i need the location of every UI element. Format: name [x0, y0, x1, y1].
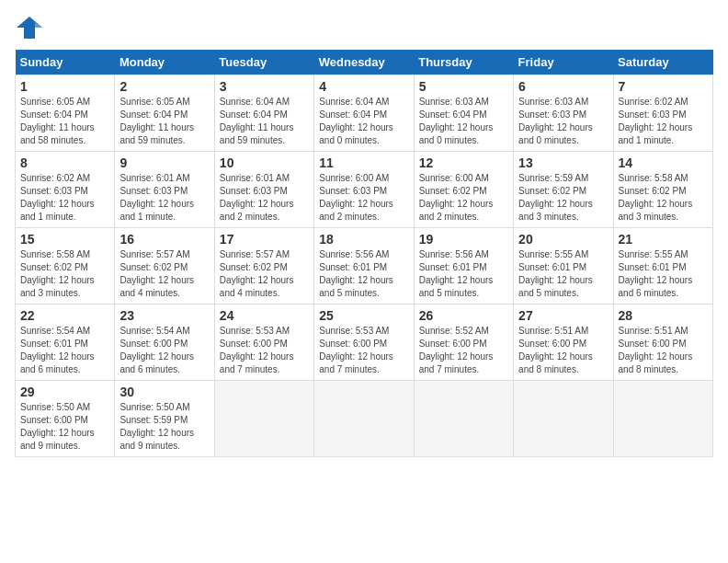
day-info: Sunrise: 5:58 AM Sunset: 6:02 PM Dayligh… — [619, 172, 708, 224]
day-info: Sunrise: 5:54 AM Sunset: 6:00 PM Dayligh… — [119, 325, 209, 376]
day-info: Sunrise: 5:51 AM Sunset: 6:00 PM Dayligh… — [518, 325, 608, 376]
day-info: Sunrise: 5:59 AM Sunset: 6:02 PM Dayligh… — [518, 172, 608, 224]
calendar-day-cell: 14Sunrise: 5:58 AM Sunset: 6:02 PM Dayli… — [613, 152, 712, 228]
day-info: Sunrise: 5:57 AM Sunset: 6:02 PM Dayligh… — [220, 248, 309, 300]
day-info: Sunrise: 5:50 AM Sunset: 6:00 PM Dayligh… — [20, 401, 109, 453]
header-friday: Friday — [514, 50, 613, 75]
day-number: 19 — [419, 232, 508, 247]
day-number: 3 — [220, 79, 309, 94]
day-number: 1 — [20, 79, 109, 94]
calendar-day-cell: 9Sunrise: 6:01 AM Sunset: 6:03 PM Daylig… — [115, 152, 214, 228]
day-info: Sunrise: 6:04 AM Sunset: 6:04 PM Dayligh… — [319, 96, 408, 147]
day-info: Sunrise: 5:57 AM Sunset: 6:02 PM Dayligh… — [119, 248, 209, 300]
day-number: 2 — [119, 79, 209, 94]
day-number: 24 — [220, 308, 309, 323]
calendar-table: Sunday Monday Tuesday Wednesday Thursday… — [15, 50, 713, 457]
calendar-day-cell — [214, 381, 313, 457]
calendar-day-cell: 4Sunrise: 6:04 AM Sunset: 6:04 PM Daylig… — [314, 75, 414, 152]
day-number: 17 — [220, 232, 309, 247]
day-number: 5 — [419, 79, 508, 94]
logo-icon — [15, 15, 44, 40]
calendar-week-row: 8Sunrise: 6:02 AM Sunset: 6:03 PM Daylig… — [16, 152, 713, 228]
day-info: Sunrise: 6:05 AM Sunset: 6:04 PM Dayligh… — [119, 96, 209, 147]
day-info: Sunrise: 6:01 AM Sunset: 6:03 PM Dayligh… — [220, 172, 309, 224]
calendar-day-cell: 18Sunrise: 5:56 AM Sunset: 6:01 PM Dayli… — [314, 228, 414, 304]
day-number: 7 — [619, 79, 708, 94]
day-number: 8 — [20, 155, 109, 170]
day-number: 26 — [419, 308, 508, 323]
day-info: Sunrise: 6:00 AM Sunset: 6:02 PM Dayligh… — [419, 172, 508, 224]
day-number: 11 — [319, 155, 408, 170]
calendar-day-cell: 6Sunrise: 6:03 AM Sunset: 6:03 PM Daylig… — [514, 75, 613, 152]
calendar-day-cell: 5Sunrise: 6:03 AM Sunset: 6:04 PM Daylig… — [414, 75, 513, 152]
day-number: 22 — [20, 308, 109, 323]
calendar-day-cell: 1Sunrise: 6:05 AM Sunset: 6:04 PM Daylig… — [16, 75, 115, 152]
day-info: Sunrise: 5:52 AM Sunset: 6:00 PM Dayligh… — [419, 325, 508, 376]
calendar-day-cell: 16Sunrise: 5:57 AM Sunset: 6:02 PM Dayli… — [115, 228, 214, 304]
header-thursday: Thursday — [414, 50, 513, 75]
day-info: Sunrise: 5:54 AM Sunset: 6:01 PM Dayligh… — [20, 325, 109, 376]
header-saturday: Saturday — [613, 50, 712, 75]
calendar-day-cell: 30Sunrise: 5:50 AM Sunset: 5:59 PM Dayli… — [115, 381, 214, 457]
day-number: 16 — [119, 232, 209, 247]
calendar-day-cell: 8Sunrise: 6:02 AM Sunset: 6:03 PM Daylig… — [16, 152, 115, 228]
day-info: Sunrise: 5:50 AM Sunset: 5:59 PM Dayligh… — [119, 401, 209, 453]
day-info: Sunrise: 5:51 AM Sunset: 6:00 PM Dayligh… — [619, 325, 708, 376]
day-info: Sunrise: 6:03 AM Sunset: 6:03 PM Dayligh… — [518, 96, 608, 147]
calendar-day-cell: 28Sunrise: 5:51 AM Sunset: 6:00 PM Dayli… — [613, 304, 712, 381]
calendar-header-row: Sunday Monday Tuesday Wednesday Thursday… — [16, 50, 713, 75]
day-info: Sunrise: 5:55 AM Sunset: 6:01 PM Dayligh… — [619, 248, 708, 300]
day-info: Sunrise: 6:03 AM Sunset: 6:04 PM Dayligh… — [419, 96, 508, 147]
day-number: 10 — [220, 155, 309, 170]
day-number: 25 — [319, 308, 408, 323]
header-monday: Monday — [115, 50, 214, 75]
calendar-day-cell: 11Sunrise: 6:00 AM Sunset: 6:03 PM Dayli… — [314, 152, 414, 228]
calendar-day-cell: 7Sunrise: 6:02 AM Sunset: 6:03 PM Daylig… — [613, 75, 712, 152]
day-info: Sunrise: 5:58 AM Sunset: 6:02 PM Dayligh… — [20, 248, 109, 300]
calendar-day-cell: 25Sunrise: 5:53 AM Sunset: 6:00 PM Dayli… — [314, 304, 414, 381]
calendar-day-cell: 2Sunrise: 6:05 AM Sunset: 6:04 PM Daylig… — [115, 75, 214, 152]
calendar-day-cell: 10Sunrise: 6:01 AM Sunset: 6:03 PM Dayli… — [214, 152, 313, 228]
header-sunday: Sunday — [16, 50, 115, 75]
page-header — [15, 15, 713, 40]
day-number: 9 — [119, 155, 209, 170]
calendar-day-cell: 26Sunrise: 5:52 AM Sunset: 6:00 PM Dayli… — [414, 304, 513, 381]
calendar-day-cell: 29Sunrise: 5:50 AM Sunset: 6:00 PM Dayli… — [16, 381, 115, 457]
day-number: 14 — [619, 155, 708, 170]
day-number: 13 — [518, 155, 608, 170]
calendar-day-cell — [414, 381, 513, 457]
day-number: 23 — [119, 308, 209, 323]
calendar-day-cell: 22Sunrise: 5:54 AM Sunset: 6:01 PM Dayli… — [16, 304, 115, 381]
calendar-day-cell: 13Sunrise: 5:59 AM Sunset: 6:02 PM Dayli… — [514, 152, 613, 228]
calendar-day-cell: 3Sunrise: 6:04 AM Sunset: 6:04 PM Daylig… — [214, 75, 313, 152]
calendar-week-row: 1Sunrise: 6:05 AM Sunset: 6:04 PM Daylig… — [16, 75, 713, 152]
day-number: 12 — [419, 155, 508, 170]
calendar-day-cell — [314, 381, 414, 457]
day-number: 4 — [319, 79, 408, 94]
calendar-day-cell — [613, 381, 712, 457]
day-info: Sunrise: 5:55 AM Sunset: 6:01 PM Dayligh… — [518, 248, 608, 300]
calendar-week-row: 22Sunrise: 5:54 AM Sunset: 6:01 PM Dayli… — [16, 304, 713, 381]
day-info: Sunrise: 5:56 AM Sunset: 6:01 PM Dayligh… — [319, 248, 408, 300]
calendar-day-cell: 24Sunrise: 5:53 AM Sunset: 6:00 PM Dayli… — [214, 304, 313, 381]
header-wednesday: Wednesday — [314, 50, 414, 75]
calendar-day-cell: 27Sunrise: 5:51 AM Sunset: 6:00 PM Dayli… — [514, 304, 613, 381]
calendar-day-cell: 21Sunrise: 5:55 AM Sunset: 6:01 PM Dayli… — [613, 228, 712, 304]
day-info: Sunrise: 6:02 AM Sunset: 6:03 PM Dayligh… — [619, 96, 708, 147]
day-number: 20 — [518, 232, 608, 247]
calendar-day-cell: 12Sunrise: 6:00 AM Sunset: 6:02 PM Dayli… — [414, 152, 513, 228]
day-info: Sunrise: 5:53 AM Sunset: 6:00 PM Dayligh… — [220, 325, 309, 376]
day-info: Sunrise: 6:01 AM Sunset: 6:03 PM Dayligh… — [119, 172, 209, 224]
day-info: Sunrise: 6:04 AM Sunset: 6:04 PM Dayligh… — [220, 96, 309, 147]
day-number: 27 — [518, 308, 608, 323]
header-tuesday: Tuesday — [214, 50, 313, 75]
calendar-day-cell — [514, 381, 613, 457]
calendar-day-cell: 23Sunrise: 5:54 AM Sunset: 6:00 PM Dayli… — [115, 304, 214, 381]
day-info: Sunrise: 6:00 AM Sunset: 6:03 PM Dayligh… — [319, 172, 408, 224]
calendar-week-row: 29Sunrise: 5:50 AM Sunset: 6:00 PM Dayli… — [16, 381, 713, 457]
day-number: 6 — [518, 79, 608, 94]
day-number: 28 — [619, 308, 708, 323]
calendar-week-row: 15Sunrise: 5:58 AM Sunset: 6:02 PM Dayli… — [16, 228, 713, 304]
logo — [15, 15, 48, 40]
day-info: Sunrise: 5:53 AM Sunset: 6:00 PM Dayligh… — [319, 325, 408, 376]
